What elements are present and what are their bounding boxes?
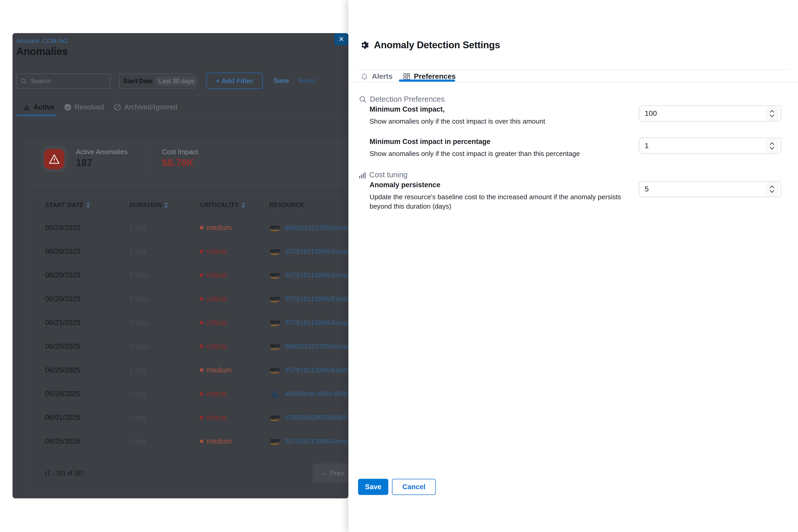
resource-link[interactable]: 868001352780/Amazon — [285, 224, 348, 232]
close-button[interactable]: ✕ — [334, 33, 348, 45]
criticality-badge: critical — [200, 295, 269, 303]
criticality-dot — [200, 344, 204, 348]
min-cost-impact-input[interactable] — [639, 106, 781, 121]
criticality-dot — [200, 368, 204, 372]
table-row[interactable]: 05/28/2025 1 day critical a9999bcd-e999-… — [26, 382, 348, 406]
table-row[interactable]: 06/20/2025 5 days critical aws3579191138… — [26, 287, 348, 311]
start-date-label: Start Date — [123, 77, 153, 85]
criticality-dot — [200, 226, 204, 229]
cell-start-date: 06/25/2025 — [45, 366, 129, 374]
cell-start-date: 06/20/2025 — [45, 342, 129, 350]
prev-page-button[interactable]: ← Prev — [321, 469, 344, 477]
cell-duration: 5 days — [129, 342, 200, 350]
filter-reset-link[interactable]: Reset — [298, 77, 316, 84]
table-row[interactable]: 06/25/2025 1 day medium aws357919113896/… — [26, 358, 348, 382]
table-row[interactable]: 06/25/2025 1 day medium aws357919113896/… — [26, 430, 348, 453]
page-title: Anomalies — [16, 46, 68, 57]
resource-link[interactable]: 357919113896/Amazon — [285, 319, 348, 327]
number-stepper[interactable] — [766, 107, 778, 120]
cell-start-date: 05/28/2025 — [45, 390, 129, 398]
cell-start-date: 06/21/2025 — [45, 319, 129, 327]
sort-icon[interactable] — [86, 202, 90, 208]
cost-impact-value: $8.70K — [162, 157, 194, 169]
cell-duration: 5 days — [129, 271, 200, 279]
settings-actions: Save Cancel — [358, 479, 436, 495]
criticality-badge: medium — [200, 437, 269, 445]
gear-icon — [360, 40, 370, 50]
tab-archived[interactable]: Archived/Ignored — [114, 102, 177, 112]
table-row[interactable]: 06/20/2025 1 day critical aws35791911389… — [26, 240, 348, 263]
chevron-up-icon[interactable] — [770, 186, 774, 188]
table-row[interactable]: 06/24/2025 1 day medium aws868001352780/… — [26, 216, 348, 240]
column-header-start-date[interactable]: START DATE — [45, 202, 129, 209]
aws-icon: aws — [269, 367, 281, 374]
table-row[interactable]: 06/20/2025 5 days critical aws3579191138… — [26, 263, 348, 287]
criticality-dot — [200, 273, 204, 277]
aws-icon: aws — [269, 248, 281, 255]
breadcrumb[interactable]: Account: CCM-NG — [16, 37, 68, 44]
column-header-resource[interactable]: RESOURCE — [269, 202, 348, 209]
criticality-badge: medium — [200, 366, 269, 374]
start-date-value[interactable]: Last 30 days — [156, 76, 197, 86]
criticality-label: critical — [207, 414, 227, 422]
title-divider — [357, 69, 788, 70]
column-header-criticality[interactable]: CRITICALITY — [200, 202, 269, 209]
cell-duration: 4 days — [129, 319, 200, 327]
column-header-duration[interactable]: DURATION — [129, 202, 200, 209]
number-stepper[interactable] — [766, 139, 778, 153]
criticality-dot — [200, 321, 204, 324]
tab-alerts[interactable]: Alerts — [360, 71, 393, 82]
resource-link[interactable]: 357919113896/Amazon — [285, 247, 348, 255]
column-label: RESOURCE — [269, 202, 304, 209]
sort-icon[interactable] — [164, 202, 168, 208]
add-filter-button[interactable]: + Add Filter — [206, 73, 263, 89]
search-box — [16, 74, 111, 89]
save-button[interactable]: Save — [358, 479, 388, 495]
search-input[interactable] — [30, 77, 107, 85]
criticality-label: critical — [207, 390, 227, 398]
chevron-down-icon[interactable] — [770, 114, 774, 117]
grid-icon — [403, 73, 410, 80]
chevron-up-icon[interactable] — [770, 110, 774, 113]
resource-link[interactable]: a9999bcd-e999-999f-g — [285, 390, 348, 398]
number-stepper[interactable] — [766, 182, 778, 196]
aws-icon: aws — [269, 224, 281, 231]
criticality-badge: critical — [200, 414, 269, 422]
min-cost-impact-percentage-input[interactable] — [639, 138, 781, 154]
resource-link[interactable]: 868001352780/Amazon — [285, 342, 348, 350]
cell-duration: 1 day — [129, 247, 200, 255]
criticality-dot — [200, 439, 204, 443]
setting-description: Show anomalies only if the cost impact i… — [369, 117, 630, 126]
resource-link[interactable]: 158934929029/AWS Co — [285, 414, 348, 422]
bell-icon — [360, 73, 368, 80]
tab-active[interactable]: Active — [23, 102, 55, 112]
tab-resolved[interactable]: Resolved — [64, 102, 104, 112]
cell-duration: 1 day — [129, 224, 200, 232]
column-label: DURATION — [129, 202, 162, 209]
cell-start-date: 06/20/2025 — [45, 295, 129, 303]
chevron-up-icon[interactable] — [770, 142, 774, 145]
cancel-button[interactable]: Cancel — [392, 479, 436, 495]
aws-icon: aws — [269, 272, 281, 279]
table-row[interactable]: 06/21/2025 4 days critical aws3579191138… — [26, 311, 348, 335]
chevron-down-icon[interactable] — [770, 147, 774, 149]
resource-link[interactable]: 357919113896/Elastic Lo — [285, 295, 348, 303]
min-cost-impact-field — [639, 106, 781, 121]
resource-link[interactable]: 357919113896/Amazon — [285, 271, 348, 279]
criticality-dot — [200, 416, 204, 419]
chevron-down-icon[interactable] — [770, 190, 774, 193]
resource-link[interactable]: 357919113896/Amazon — [285, 437, 348, 445]
tabs-divider — [13, 116, 348, 116]
filter-save-link[interactable]: Save — [274, 77, 289, 84]
column-label: CRITICALITY — [200, 202, 239, 209]
sort-icon[interactable] — [242, 202, 245, 208]
aws-icon: aws — [269, 319, 281, 326]
tab-archived-label: Archived/Ignored — [124, 103, 177, 111]
anomaly-persistence-input[interactable] — [639, 181, 781, 197]
criticality-dot — [200, 392, 204, 396]
resource-link[interactable]: 357919113896/Elastic Lo — [285, 366, 348, 374]
table-row[interactable]: 06/01/2025 1 day critical aws15893492902… — [26, 406, 348, 430]
aws-icon: aws — [269, 343, 281, 350]
anomaly-persistence-field — [639, 181, 781, 197]
table-row[interactable]: 06/20/2025 5 days critical aws8680013527… — [26, 335, 348, 358]
